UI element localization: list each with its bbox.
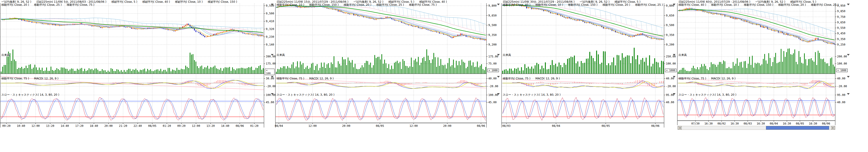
legend-item: 移動平均( Close, 10 ) bbox=[711, 3, 739, 6]
scrollbar-right-arrow-icon[interactable]: ► bbox=[831, 126, 835, 129]
legend-item: MACD( 12, 26, 9 ) bbox=[711, 77, 736, 80]
time-axis-label: 12:00 bbox=[192, 124, 200, 127]
pane-menu-icon[interactable] bbox=[673, 93, 676, 95]
time-axis-label: 07/30 bbox=[691, 122, 700, 125]
time-axis-label: 08/05 bbox=[148, 124, 156, 127]
pane-menu-icon[interactable] bbox=[271, 76, 274, 78]
axis-label: 40.00 bbox=[837, 77, 845, 80]
legend-item: 移動平均( Close, 150 ) bbox=[309, 3, 339, 6]
time-axis-label: 16:30 bbox=[783, 122, 791, 125]
axis-label: 175.00 bbox=[488, 55, 498, 58]
pane-menu-icon[interactable] bbox=[673, 4, 676, 5]
scrollbar-thumb[interactable] bbox=[766, 126, 829, 129]
time-axis-label: 08/04 bbox=[770, 122, 778, 125]
legend-item: 移動平均( Close, 20 ) bbox=[344, 3, 371, 6]
macd-legend-row: 移動平均( Close, 75 )MACD( 12, 26, 9 ) bbox=[277, 77, 339, 80]
time-axis-label: 14:40 bbox=[221, 124, 229, 127]
axis-label: 9,350 bbox=[837, 38, 845, 40]
legend-item: 移動平均( Close, 10 ) bbox=[277, 3, 304, 6]
axis-label: 100.00 bbox=[837, 62, 847, 65]
volume-pane-label: 出来高 bbox=[277, 53, 285, 56]
volume-scale-box: × 1000 bbox=[836, 69, 847, 72]
time-axis-label: 18:40 bbox=[90, 124, 98, 127]
time-axis-label: 08/04 bbox=[275, 124, 283, 127]
time-axis-label: 10:40 bbox=[17, 124, 25, 127]
chart-panel-nikkei225mini-30min: 日経225mini 11/09( 30分, 2011/07/29 - 2011/… bbox=[501, 0, 676, 152]
legend-swatch bbox=[38, 0, 42, 1]
pane-menu-icon[interactable] bbox=[497, 4, 500, 5]
axis-label: -20.00 bbox=[837, 85, 847, 88]
panel-plot-svg[interactable] bbox=[501, 0, 676, 142]
panel-plot-svg[interactable] bbox=[676, 0, 850, 142]
legend-swatch bbox=[505, 0, 508, 1]
axis-label: 75.00 bbox=[488, 62, 497, 65]
axis-label: 9,320 bbox=[266, 28, 274, 31]
scrollbar-left-arrow-icon[interactable]: ◄ bbox=[678, 126, 682, 129]
legend-item: 移動平均( Close, 150 ) bbox=[744, 3, 773, 6]
pane-menu-icon[interactable] bbox=[271, 93, 274, 95]
legend-item: 移動平均( Close, 20 ) bbox=[1, 3, 29, 6]
axis-label: 100.00 bbox=[488, 93, 498, 97]
legend-swatch bbox=[617, 0, 620, 1]
time-axis-label: 16:30 bbox=[809, 122, 817, 125]
time-axis-label: 14:40 bbox=[61, 124, 69, 127]
legend-swatch bbox=[793, 0, 796, 1]
pane-menu-icon[interactable] bbox=[847, 54, 850, 55]
pane-menu-icon[interactable] bbox=[847, 93, 850, 95]
axis-label: 9,500 bbox=[266, 12, 274, 15]
axis-label: 9,750 bbox=[837, 15, 845, 18]
time-axis-label: 08/03 bbox=[502, 124, 510, 127]
axis-label: 9,200 bbox=[488, 43, 497, 46]
volume-scale-box: × 1000 bbox=[665, 69, 676, 72]
axis-label: 9,350 bbox=[666, 34, 674, 36]
pane-menu-icon[interactable] bbox=[271, 4, 274, 5]
pane-menu-icon[interactable] bbox=[847, 4, 850, 5]
legend-item: 移動平均( Close, 75 ) bbox=[409, 3, 437, 6]
pane-menu-icon[interactable] bbox=[271, 54, 274, 55]
volume-pane-label: 出来高 bbox=[503, 53, 511, 56]
time-axis-label: 21:20 bbox=[119, 124, 127, 127]
axis-label: -20.00 bbox=[666, 85, 676, 88]
axis-label: 9,350 bbox=[488, 34, 497, 36]
time-axis-label: 13:20 bbox=[46, 124, 54, 127]
legend-item: 移動平均( Close, 40 ) bbox=[679, 3, 706, 6]
pane-menu-icon[interactable] bbox=[497, 93, 500, 95]
axis-label: 9,500 bbox=[666, 24, 674, 27]
axis-label: 9,230 bbox=[266, 36, 274, 38]
horizontal-scrollbar[interactable]: ◄► bbox=[678, 126, 835, 130]
axis-label: 9,140 bbox=[266, 43, 274, 46]
time-axis-label: 01:20 bbox=[250, 124, 258, 127]
pane-menu-icon[interactable] bbox=[673, 76, 676, 78]
time-axis-label: 12:00 bbox=[409, 124, 418, 127]
legend-item: 移動平均( Close, 75 ) bbox=[67, 3, 94, 6]
legend-swatch bbox=[422, 0, 425, 1]
legend-swatch bbox=[391, 0, 394, 1]
axis-label: 45.00 bbox=[266, 101, 274, 104]
axis-label: -20.00 bbox=[488, 85, 498, 88]
legend-row-2: 移動平均( Close, 10 )移動平均( Close, 150 )移動平均(… bbox=[277, 3, 442, 6]
time-axis-label: 09:20 bbox=[2, 124, 10, 127]
time-axis-label: 13:20 bbox=[207, 124, 215, 127]
time-axis-label: 08/05 bbox=[796, 122, 804, 125]
pane-menu-icon[interactable] bbox=[847, 76, 850, 78]
time-axis-label: 08/06 bbox=[236, 124, 244, 127]
axis-label: 100.00 bbox=[666, 62, 676, 65]
legend-item: 移動平均( Close, 10 ) bbox=[535, 3, 563, 6]
chart-panel-nikkei225mini-5min: 一目均衡表( 9, 26, 52 )日経225mini 11/09( 5分, 2… bbox=[0, 0, 275, 152]
panel-plot-svg[interactable] bbox=[0, 0, 275, 142]
legend-swatch bbox=[355, 0, 359, 1]
chart-panel-nikkei225mini-15min: 日経225mini 11/09( 15分, 2011/07/29 - 2011/… bbox=[274, 0, 501, 152]
pane-menu-icon[interactable] bbox=[497, 54, 500, 55]
legend-swatch bbox=[582, 0, 585, 1]
legend-swatch bbox=[210, 0, 213, 1]
time-axis-label: 01:20 bbox=[163, 124, 171, 127]
legend-item: 移動平均( Close, 20 ) bbox=[778, 3, 806, 6]
time-axis-label: 09:20 bbox=[177, 124, 186, 127]
panel-plot-svg[interactable] bbox=[274, 0, 501, 142]
time-axis-label: 20:00 bbox=[342, 124, 350, 127]
legend-swatch bbox=[114, 0, 117, 1]
pane-menu-icon[interactable] bbox=[497, 76, 500, 78]
pane-menu-icon[interactable] bbox=[673, 54, 676, 55]
chart-workspace: 一目均衡表( 9, 26, 52 )日経225mini 11/09( 5分, 2… bbox=[0, 0, 868, 152]
legend-item: 移動平均( Close, 75 ) bbox=[1, 77, 29, 80]
